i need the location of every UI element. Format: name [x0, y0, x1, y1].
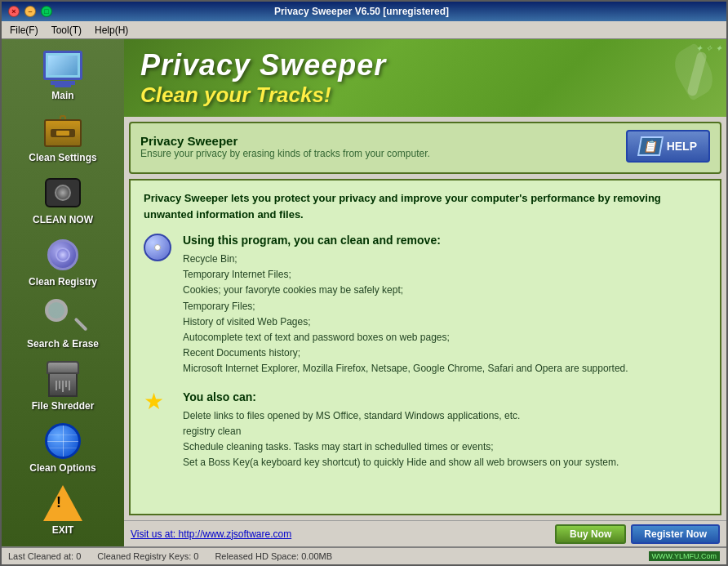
sidebar-clean-now-label: CLEAN NOW: [33, 214, 93, 225]
feature2-content: You also can: Delete links to files open…: [183, 390, 619, 471]
list-item: Schedule cleaning tasks. Tasks may start…: [183, 439, 619, 455]
sidebar-item-clean-settings[interactable]: Clean Settings: [10, 108, 116, 167]
sidebar-item-clean-registry[interactable]: Clean Registry: [10, 232, 116, 291]
last-cleaned-status: Last Cleaned at: 0: [8, 551, 81, 561]
window-title: Privacy Sweeper V6.50 [unregistered]: [274, 6, 449, 17]
header-title: Privacy Sweeper: [140, 48, 386, 82]
watermark: WWW.YLMFU.Com: [649, 551, 721, 561]
sidebar-item-exit[interactable]: ! EXIT: [10, 480, 116, 539]
sidebar-clean-settings-label: Clean Settings: [29, 152, 96, 163]
status-bar: Last Cleaned at: 0 Cleaned Registry Keys…: [2, 546, 726, 564]
help-button[interactable]: 📋 HELP: [626, 130, 710, 163]
content-area: Privacy Sweeper Clean your Tracks! ✦ ✧ ✦: [124, 39, 726, 546]
register-button[interactable]: Register Now: [631, 524, 720, 544]
sidebar-exit-label: EXIT: [52, 524, 74, 536]
list-item: Autocomplete text of text and password b…: [183, 330, 628, 345]
camera-icon: [42, 173, 84, 212]
monitor-icon: [42, 49, 84, 88]
header-banner: Privacy Sweeper Clean your Tracks! ✦ ✧ ✦: [124, 39, 726, 117]
app-window: × – □ Privacy Sweeper V6.50 [unregistere…: [0, 0, 728, 566]
list-item: registry clean: [183, 424, 619, 439]
maximize-button[interactable]: □: [41, 6, 52, 17]
feature1-list: Recycle Bin; Temporary Internet Files; C…: [183, 252, 628, 377]
sidebar-item-main[interactable]: Main: [10, 46, 116, 105]
globe-icon: [42, 421, 84, 461]
info-header-row: Privacy Sweeper Ensure your privacy by e…: [140, 130, 710, 163]
main-layout: Main Clean Settings: [2, 39, 726, 546]
list-item: Set a Boss Key(a keyboard key shortcut) …: [183, 455, 619, 470]
title-bar: × – □ Privacy Sweeper V6.50 [unregistere…: [2, 2, 726, 21]
visit-link[interactable]: Visit us at: http://www.zjsoftware.com: [131, 528, 291, 540]
close-button[interactable]: ×: [8, 6, 20, 17]
sidebar-item-file-shredder[interactable]: File Shredder: [10, 356, 116, 415]
panel-intro: Privacy Sweeper lets you protect your pr…: [144, 190, 707, 222]
warning-icon: !: [42, 484, 84, 523]
feature1-content: Using this program, you can clean and re…: [183, 234, 628, 377]
shredder-icon: [42, 359, 84, 399]
sidebar: Main Clean Settings: [2, 39, 124, 546]
sidebar-search-erase-label: Search & Erase: [27, 338, 99, 350]
feature2-list: Delete links to files opened by MS Offic…: [183, 408, 619, 471]
star-icon: ★: [144, 390, 173, 420]
sidebar-clean-registry-label: Clean Registry: [29, 276, 97, 287]
bottom-buttons: Buy Now Register Now: [555, 524, 720, 544]
menu-help[interactable]: Help(H): [90, 23, 133, 38]
list-item: Recycle Bin;: [183, 252, 628, 267]
header-subtitle: Clean your Tracks!: [140, 82, 386, 108]
menu-bar: File(F) Tool(T) Help(H): [2, 21, 726, 39]
main-panel: Privacy Sweeper lets you protect your pr…: [129, 179, 721, 515]
help-label: HELP: [667, 140, 697, 153]
hd-space-status: Released HD Space: 0.00MB: [215, 551, 332, 561]
sidebar-main-label: Main: [51, 90, 73, 101]
info-section: Privacy Sweeper Ensure your privacy by e…: [129, 122, 721, 174]
list-item: Delete links to files opened by MS Offic…: [183, 408, 619, 424]
info-text-block: Privacy Sweeper Ensure your privacy by e…: [140, 134, 430, 159]
feature1-block: Using this program, you can clean and re…: [144, 234, 707, 377]
menu-tool[interactable]: Tool(T): [47, 23, 87, 38]
list-item: Temporary Files;: [183, 299, 628, 314]
list-item: Cookies; your favoryte cookies may be sa…: [183, 283, 628, 298]
header-text: Privacy Sweeper Clean your Tracks!: [140, 48, 386, 108]
list-item: Temporary Internet Files;: [183, 267, 628, 283]
feature2-title: You also can:: [183, 390, 619, 403]
feature2-block: ★ You also can: Delete links to files op…: [144, 390, 707, 471]
info-title: Privacy Sweeper: [140, 134, 430, 148]
buy-button[interactable]: Buy Now: [555, 524, 626, 544]
menu-file[interactable]: File(F): [5, 23, 43, 38]
sidebar-file-shredder-label: File Shredder: [32, 400, 95, 412]
info-subtitle: Ensure your privacy by erasing kinds of …: [140, 148, 430, 159]
briefcase-icon: [42, 111, 84, 150]
magnify-icon: [42, 297, 84, 336]
minimize-button[interactable]: –: [24, 6, 36, 17]
list-item: Microsoft Internet Explorer, Mozilla Fir…: [183, 361, 628, 377]
sidebar-clean-options-label: Clean Options: [29, 462, 95, 474]
registry-icon: [42, 235, 84, 274]
sidebar-item-search-erase[interactable]: Search & Erase: [10, 294, 116, 353]
list-item: Recent Documents history;: [183, 345, 628, 361]
list-item: History of visited Web Pages;: [183, 314, 628, 330]
cd-icon: [144, 234, 173, 263]
sidebar-item-clean-options[interactable]: Clean Options: [10, 418, 116, 477]
bottom-bar: Visit us at: http://www.zjsoftware.com B…: [124, 520, 726, 546]
sidebar-item-clean-now[interactable]: CLEAN NOW: [10, 170, 116, 229]
feature1-title: Using this program, you can clean and re…: [183, 234, 628, 247]
registry-keys-status: Cleaned Registry Keys: 0: [97, 551, 198, 561]
